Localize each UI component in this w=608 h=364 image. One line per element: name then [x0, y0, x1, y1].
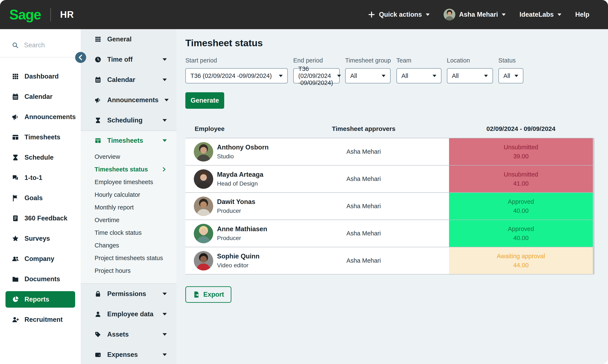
approver-cell: Asha Mehari — [278, 138, 449, 165]
product-name: HR — [60, 9, 74, 20]
timesheet-table: Anthony Osborn Studio Asha Mehari Unsubm… — [185, 138, 593, 274]
filter: Location All — [447, 57, 493, 83]
user-menu[interactable]: Asha Mehari — [443, 9, 506, 20]
sidebar-item[interactable]: Recruitment — [0, 310, 81, 330]
primary-nav: Dashboard Calendar Announcements — [0, 57, 81, 330]
grid-icon — [95, 36, 101, 43]
sidebar-item[interactable]: 360 Feedback — [0, 208, 81, 228]
reports-nav-item[interactable]: Permissions — [81, 284, 177, 304]
sidebar-item[interactable]: Surveys — [0, 228, 81, 249]
employee-avatar — [194, 142, 213, 162]
timesheets-subitem[interactable]: Time clock status — [81, 226, 177, 239]
pie-icon — [12, 296, 19, 303]
quick-actions-button[interactable]: Quick actions — [368, 11, 429, 18]
employee-name: Anthony Osborn — [217, 143, 269, 151]
reports-nav-item[interactable]: General — [81, 29, 177, 49]
timesheets-subitem[interactable]: Project hours — [81, 264, 177, 277]
table-row: Dawit Yonas Producer Asha Mehari Approve… — [185, 192, 593, 220]
timesheets-subitem[interactable]: Overtime — [81, 214, 177, 226]
table-scrollbar[interactable] — [593, 138, 595, 274]
status-label: Awaiting approval — [497, 253, 545, 260]
filter-select[interactable]: All — [447, 68, 493, 83]
status-hours: 41.00 — [513, 180, 529, 187]
sidebar-item[interactable]: Documents — [0, 269, 81, 289]
search-input[interactable] — [24, 41, 73, 49]
help-link[interactable]: Help — [575, 11, 589, 18]
sidebar-item[interactable]: Dashboard — [0, 66, 81, 87]
filter-select[interactable]: All — [345, 68, 390, 83]
filter-select[interactable]: All — [397, 68, 441, 83]
page-title: Timesheet status — [185, 38, 600, 49]
employee-name: Anne Mathiasen — [217, 225, 267, 233]
filter: End period T36 (02/09/2024 -09/09/2024) — [293, 57, 340, 83]
sidebar-item[interactable]: Announcements — [0, 107, 81, 127]
timesheets-subitem[interactable]: Overview — [81, 150, 177, 163]
search-icon — [12, 42, 19, 49]
sheet-icon — [95, 137, 101, 144]
topbar: Sage HR Quick actions Asha Mehari — [0, 0, 608, 29]
timesheets-subitem[interactable]: Changes — [81, 239, 177, 252]
reports-nav-item-timesheets[interactable]: Timesheets — [81, 131, 177, 150]
reports-nav-item[interactable]: Time off — [81, 49, 177, 70]
column-header-period: 02/09/2024 - 09/09/2024 — [449, 125, 593, 132]
search-bar — [0, 29, 81, 49]
clipboard-icon — [12, 215, 19, 222]
status-label: Approved — [508, 198, 534, 205]
sidebar-item[interactable]: Reports — [5, 291, 75, 308]
status-hours: 40.00 — [513, 234, 529, 242]
sidebar-item[interactable]: Company — [0, 249, 81, 269]
filter-label: Team — [397, 57, 441, 64]
chevron-down-icon — [502, 13, 506, 16]
employee-name: Dawit Yonas — [217, 198, 255, 206]
employee-role: Studio — [217, 153, 269, 160]
collapse-sidebar-button[interactable] — [75, 52, 86, 63]
reports-nav-item[interactable]: Announcements — [81, 90, 177, 110]
filter-select[interactable]: T36 (02/09/2024 -09/09/2024) — [293, 68, 340, 83]
export-button[interactable]: Export — [185, 286, 231, 303]
filter-select[interactable]: T36 (02/09/2024 -09/09/2024) — [185, 68, 288, 83]
chat-icon — [12, 174, 19, 181]
generate-button[interactable]: Generate — [185, 92, 224, 109]
chevron-down-icon — [163, 119, 167, 122]
filter: Timesheet group All — [345, 57, 391, 83]
chevron-down-icon — [433, 75, 436, 77]
filter-label: End period — [293, 57, 340, 64]
wallet-icon — [95, 351, 101, 358]
filter: Status All — [498, 57, 523, 83]
reports-nav-item[interactable]: Assets — [81, 324, 177, 345]
filter-select[interactable]: All — [498, 68, 523, 83]
chevron-down-icon — [484, 75, 488, 77]
star-icon — [12, 235, 19, 242]
employee-name: Sophie Quinn — [217, 253, 260, 260]
sidebar-item[interactable]: 1-to-1 — [0, 168, 81, 188]
sidebar-item[interactable]: Calendar — [0, 87, 81, 107]
table-header: Employee Timesheet approvers 02/09/2024 … — [185, 125, 593, 132]
timesheets-subitem[interactable]: Hourly calculator — [81, 188, 177, 201]
reports-nav-item[interactable]: Employee data — [81, 304, 177, 324]
sidebar-item[interactable]: Goals — [0, 188, 81, 208]
reports-sidebar: General Time off Calendar — [81, 29, 177, 364]
status-label: Unsubmitted — [504, 171, 538, 178]
reports-nav-item[interactable]: Expenses — [81, 345, 177, 364]
sheet-icon — [12, 134, 19, 141]
chevron-right-icon — [161, 167, 167, 172]
employee-role: Producer — [217, 235, 267, 242]
clock-icon — [95, 56, 101, 63]
timesheets-subitem[interactable]: Monthly report — [81, 201, 177, 214]
topbar-menu: Quick actions Asha Mehari IdeateLabs Hel… — [368, 9, 589, 20]
chevron-down-icon — [163, 78, 167, 81]
reports-nav-item[interactable]: Calendar — [81, 70, 177, 90]
lock-icon — [95, 290, 101, 297]
timesheets-subitem[interactable]: Employee timesheets — [81, 176, 177, 188]
employee-avatar — [194, 169, 213, 189]
timesheets-subitem[interactable]: Timesheets status — [81, 163, 177, 176]
status-hours: 39.00 — [513, 153, 529, 160]
reports-nav-item[interactable]: Scheduling — [81, 110, 177, 130]
chevron-down-icon — [426, 13, 430, 16]
timesheets-subitem[interactable]: Project timesheets status — [81, 252, 177, 264]
employee-role: Producer — [217, 208, 255, 214]
sidebar-item[interactable]: Schedule — [0, 147, 81, 168]
sidebar-item[interactable]: Timesheets — [0, 127, 81, 147]
org-menu[interactable]: IdeateLabs — [519, 11, 561, 18]
employee-cell: Anthony Osborn Studio — [185, 138, 278, 165]
